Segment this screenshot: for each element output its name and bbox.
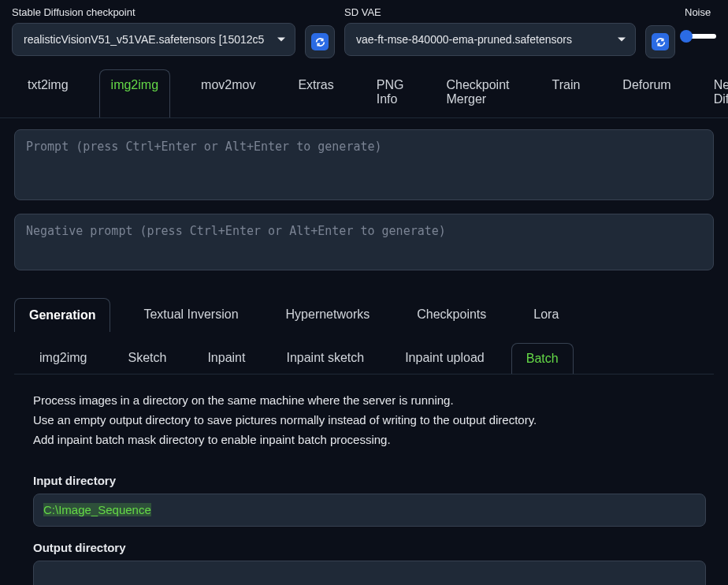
checkpoint-label: Stable Diffusion checkpoint <box>12 6 295 18</box>
chevron-down-icon <box>618 38 626 42</box>
tab-mov2mov[interactable]: mov2mov <box>189 69 267 117</box>
main-tabs: txt2img img2img mov2mov Extras PNG Info … <box>0 61 728 118</box>
chevron-down-icon <box>277 38 285 42</box>
input-directory-value: C:\Image_Sequence <box>43 503 151 516</box>
subtab-generation[interactable]: Generation <box>14 298 110 332</box>
tab-next-diff[interactable]: Next Diff <box>702 69 728 117</box>
refresh-icon <box>652 33 669 50</box>
modetab-inpaint-upload[interactable]: Inpaint upload <box>391 343 499 374</box>
tab-pnginfo[interactable]: PNG Info <box>365 69 416 117</box>
subtab-hypernetworks[interactable]: Hypernetworks <box>272 298 384 332</box>
checkpoint-select[interactable]: realisticVisionV51_v51VAE.safetensors [1… <box>12 23 295 56</box>
vae-value: vae-ft-mse-840000-ema-pruned.safetensors <box>356 33 572 46</box>
slider-thumb[interactable] <box>680 30 693 43</box>
negative-prompt-input[interactable] <box>14 214 714 270</box>
tab-train[interactable]: Train <box>540 69 592 117</box>
tab-txt2img[interactable]: txt2img <box>16 69 80 117</box>
batch-info-text: Process images in a directory on the sam… <box>33 390 706 450</box>
batch-info-line3: Add inpaint batch mask directory to enab… <box>33 430 706 449</box>
generation-subtabs: Generation Textual Inversion Hypernetwor… <box>14 298 714 332</box>
modetab-inpaint-sketch[interactable]: Inpaint sketch <box>272 343 378 374</box>
noise-slider[interactable] <box>685 34 716 39</box>
prompt-input[interactable] <box>14 129 714 200</box>
modetab-img2img[interactable]: img2img <box>25 343 101 374</box>
vae-label: SD VAE <box>344 6 636 18</box>
noise-label: Noise <box>685 6 716 18</box>
tab-extras[interactable]: Extras <box>286 69 345 117</box>
subtab-textual-inversion[interactable]: Textual Inversion <box>129 298 252 332</box>
batch-info-line2: Use an empty output directory to save pi… <box>33 410 706 430</box>
vae-select[interactable]: vae-ft-mse-840000-ema-pruned.safetensors <box>344 23 636 56</box>
tab-deforum[interactable]: Deforum <box>611 69 682 117</box>
subtab-checkpoints[interactable]: Checkpoints <box>403 298 500 332</box>
output-directory-field[interactable] <box>33 561 706 585</box>
checkpoint-refresh-button[interactable] <box>305 25 335 58</box>
modetab-sketch[interactable]: Sketch <box>113 343 180 374</box>
batch-info-line1: Process images in a directory on the sam… <box>33 390 706 410</box>
modetab-inpaint[interactable]: Inpaint <box>193 343 259 374</box>
output-directory-label: Output directory <box>33 541 706 554</box>
tab-img2img[interactable]: img2img <box>99 69 170 117</box>
checkpoint-value: realisticVisionV51_v51VAE.safetensors [1… <box>24 33 264 46</box>
mode-subtabs: img2img Sketch Inpaint Inpaint sketch In… <box>14 343 714 374</box>
input-directory-label: Input directory <box>33 474 706 487</box>
vae-refresh-button[interactable] <box>645 25 675 58</box>
input-directory-field[interactable]: C:\Image_Sequence <box>33 494 706 527</box>
refresh-icon <box>311 33 329 50</box>
subtab-lora[interactable]: Lora <box>519 298 573 332</box>
modetab-batch[interactable]: Batch <box>511 343 574 374</box>
tab-checkpoint-merger[interactable]: Checkpoint Merger <box>434 69 521 117</box>
